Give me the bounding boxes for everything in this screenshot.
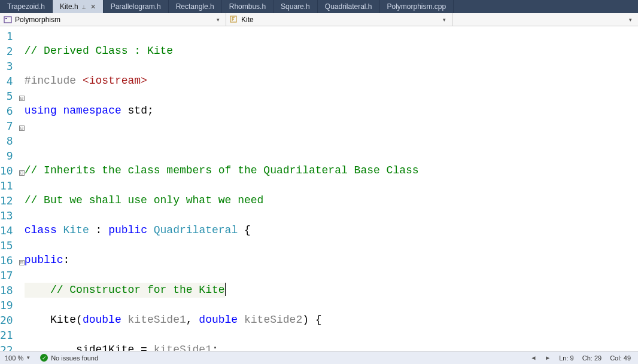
tab-parallelogram[interactable]: Parallelogram.h xyxy=(104,0,169,13)
svg-rect-1 xyxy=(5,18,7,19)
navigation-bar: Polymorphism ▾ Kite ▾ ▾ xyxy=(0,13,638,26)
status-char: Ch: 29 xyxy=(579,354,605,362)
tab-trapezoid[interactable]: Trapezoid.h xyxy=(0,0,53,13)
code-area[interactable]: // Derived Class : Kite #include <iostre… xyxy=(25,26,638,351)
tab-square[interactable]: Square.h xyxy=(274,0,318,13)
fold-toggle[interactable]: ⊟ xyxy=(19,170,25,176)
line-number-gutter: 12345678910111213141516171819202122 xyxy=(0,26,19,351)
check-icon: ✓ xyxy=(40,354,48,362)
nav-member-dropdown[interactable]: Kite ▾ xyxy=(226,13,452,26)
chevron-down-icon: ▾ xyxy=(440,17,448,23)
chevron-down-icon: ▾ xyxy=(214,17,222,23)
close-icon[interactable]: ✕ xyxy=(90,3,96,11)
nav-extra-dropdown[interactable]: ▾ xyxy=(452,13,638,26)
status-col: Col: 49 xyxy=(606,354,634,362)
tab-rectangle[interactable]: Rectangle.h xyxy=(169,0,222,13)
status-line: Ln: 9 xyxy=(555,354,577,362)
tab-polymorphism-cpp[interactable]: Polymorphism.cpp xyxy=(380,0,454,13)
editor: 12345678910111213141516171819202122 ⊟ ⊟ … xyxy=(0,26,638,351)
fold-toggle[interactable]: ⊟ xyxy=(19,96,25,101)
status-bar: 100 %▼ ✓ No issues found ◄ ► Ln: 9 Ch: 2… xyxy=(0,351,638,364)
fold-toggle[interactable]: ⊟ xyxy=(19,126,25,131)
tab-quadrilateral[interactable]: Quadrilateral.h xyxy=(318,0,380,13)
project-icon xyxy=(4,16,12,24)
chevron-down-icon: ▾ xyxy=(627,17,634,23)
chevron-down-icon: ▼ xyxy=(26,355,31,360)
tab-bar: Trapezoid.h Kite.h⟂✕ Parallelogram.h Rec… xyxy=(0,0,638,13)
class-icon xyxy=(230,16,238,24)
nav-scope-dropdown[interactable]: Polymorphism ▾ xyxy=(0,13,226,26)
fold-toggle[interactable]: ⊟ xyxy=(19,260,25,265)
tab-kite[interactable]: Kite.h⟂✕ xyxy=(53,0,104,13)
nav-scope-label: Polymorphism xyxy=(15,16,60,24)
text-caret xyxy=(225,283,226,296)
pin-icon: ⟂ xyxy=(82,4,86,10)
fold-gutter: ⊟ ⊟ ⊟ ⊟ xyxy=(19,26,25,351)
nav-member-label: Kite xyxy=(241,16,254,24)
svg-rect-0 xyxy=(4,17,11,23)
zoom-dropdown[interactable]: 100 %▼ xyxy=(0,354,35,362)
scroll-right-icon[interactable]: ► xyxy=(541,354,554,361)
issues-indicator[interactable]: ✓ No issues found xyxy=(35,354,103,362)
scroll-left-icon[interactable]: ◄ xyxy=(527,354,540,361)
tab-rhombus[interactable]: Rhombus.h xyxy=(222,0,274,13)
